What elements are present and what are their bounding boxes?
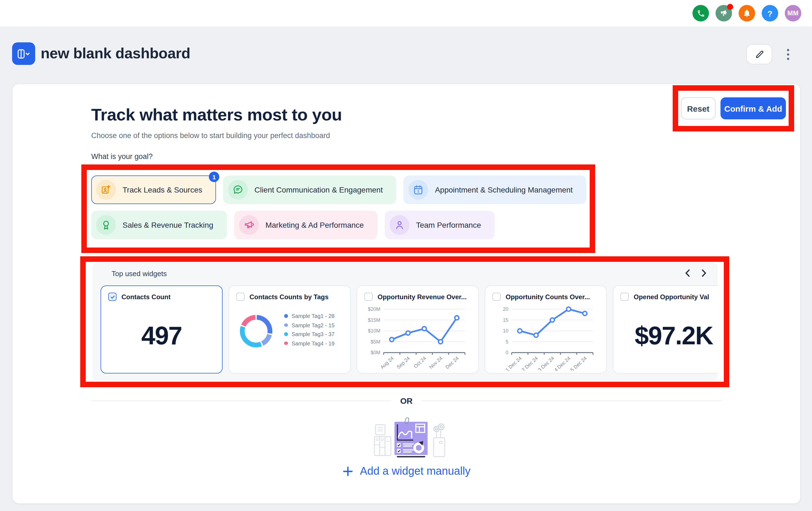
widget-card-title: Opportunity Revenue Over...	[378, 293, 467, 301]
legend-item: Sample Tag1 - 28	[284, 313, 335, 319]
calendar-icon: 1	[409, 180, 428, 200]
phone-icon[interactable]	[693, 5, 709, 22]
top-used-widgets-panel: Top used widgets Contacts Count 497	[92, 262, 718, 381]
widget-card-opened-opportunity-value[interactable]: Opened Opportunity Val $97.2K	[613, 286, 718, 374]
avatar-initials: MM	[787, 9, 799, 17]
legend-item: Sample Tag3 - 37	[284, 331, 335, 337]
dashboard-layout-icon	[17, 48, 31, 59]
widgets-panel-title: Top used widgets	[112, 270, 167, 278]
add-widget-illustration	[373, 418, 450, 460]
svg-text:Oct 24: Oct 24	[413, 355, 427, 369]
widget-card-title: Opened Opportunity Val	[634, 293, 709, 301]
track-leads-icon	[96, 180, 116, 200]
carousel-next-button[interactable]	[697, 266, 711, 280]
carousel-prev-button[interactable]	[680, 266, 695, 280]
goal-question-label: What is your goal?	[91, 152, 153, 161]
panel-subtitle: Choose one of the options below to start…	[91, 132, 330, 140]
bell-icon[interactable]	[738, 5, 755, 22]
svg-text:15: 15	[503, 317, 509, 323]
page-header: new blank dashboard	[12, 42, 191, 65]
donut-chart-area: Sample Tag1 - 28Sample Tag2 - 15Sample T…	[229, 301, 350, 348]
svg-text:Nov 24: Nov 24	[428, 355, 443, 370]
plus-icon	[342, 466, 353, 477]
line-chart-counts: 051015201 Dec 242 Dec 243 Dec 244 Dec 24…	[486, 302, 604, 371]
donut-legend: Sample Tag1 - 28Sample Tag2 - 15Sample T…	[284, 313, 335, 348]
legend-item: Sample Tag2 - 15	[284, 322, 335, 328]
goal-chip-track-leads[interactable]: 1 Track Leads & Sources	[91, 176, 216, 204]
award-icon	[96, 215, 116, 235]
widget-card-title: Contacts Count	[121, 293, 171, 301]
goal-chip-label: Track Leads & Sources	[122, 185, 202, 194]
avatar[interactable]: MM	[785, 5, 801, 22]
or-divider: OR	[91, 396, 722, 405]
svg-text:Sep 24: Sep 24	[396, 355, 411, 370]
goal-chip-label: Team Performance	[416, 221, 481, 230]
megaphone-icon	[239, 215, 259, 235]
widget-metric-value: $97.2K	[613, 302, 718, 369]
widget-cards-row: Contacts Count 497 Contacts Counts by Ta…	[100, 286, 718, 374]
or-label: OR	[400, 396, 413, 405]
legend-dot	[284, 323, 288, 327]
widget-card-title: Opportunity Counts Over...	[505, 293, 590, 301]
edit-dashboard-button[interactable]	[746, 44, 772, 64]
svg-text:5 Dec 24: 5 Dec 24	[569, 355, 588, 371]
goal-chip-label: Marketing & Ad Performance	[265, 221, 364, 230]
widget-metric-value: 497	[101, 302, 222, 369]
svg-text:3 Dec 24: 3 Dec 24	[537, 355, 555, 371]
dashboard-switcher-button[interactable]	[12, 42, 35, 65]
svg-text:$15M: $15M	[368, 317, 380, 323]
chevron-left-icon	[684, 269, 691, 277]
help-icon[interactable]: ?	[762, 5, 778, 22]
widget-checkbox[interactable]	[620, 293, 629, 301]
widget-card-opportunity-counts[interactable]: Opportunity Counts Over... 051015201 Dec…	[485, 286, 607, 374]
goal-chip-team-performance[interactable]: Team Performance	[385, 211, 495, 239]
goal-chip-label: Appointment & Scheduling Management	[435, 185, 573, 194]
legend-dot	[284, 332, 288, 336]
svg-text:$10M: $10M	[368, 328, 380, 333]
add-widget-label: Add a widget manually	[360, 465, 470, 478]
svg-text:$0M: $0M	[371, 350, 380, 355]
widget-card-opportunity-revenue[interactable]: Opportunity Revenue Over... $0M$5M$10M$1…	[357, 286, 479, 374]
widget-card-title: Contacts Counts by Tags	[250, 293, 329, 301]
more-options-button[interactable]	[782, 44, 794, 64]
goal-chip-appointments[interactable]: 1 Appointment & Scheduling Management	[404, 176, 586, 204]
confirm-add-button[interactable]: Confirm & Add	[721, 97, 786, 119]
line-chart-revenue: $0M$5M$10M$15M$20MAug 24Sep 24Oct 24Nov …	[358, 302, 476, 371]
legend-dot	[284, 342, 288, 345]
svg-text:$5M: $5M	[371, 339, 380, 345]
goal-chip-label: Sales & Revenue Tracking	[122, 221, 213, 230]
svg-text:Dec 24: Dec 24	[444, 355, 460, 370]
person-icon	[390, 215, 409, 235]
selection-count-badge: 1	[209, 171, 219, 182]
topbar-icons: ? MM	[693, 5, 801, 22]
widget-checkbox[interactable]	[365, 293, 373, 301]
topbar: ? MM	[0, 0, 812, 27]
chevron-right-icon	[701, 269, 707, 277]
svg-text:10: 10	[503, 328, 509, 333]
widget-checkbox[interactable]	[108, 293, 117, 301]
widget-checkbox[interactable]	[492, 293, 501, 301]
chat-bubble-icon	[228, 180, 248, 200]
svg-text:0: 0	[505, 350, 509, 355]
dashboard-setup-panel: Track what matters most to you Choose on…	[12, 84, 801, 504]
goal-chip-client-communication[interactable]: Client Communication & Engagement	[223, 176, 397, 204]
svg-text:2 Dec 24: 2 Dec 24	[521, 355, 539, 371]
goal-chip-marketing-ads[interactable]: Marketing & Ad Performance	[234, 211, 378, 239]
reset-button[interactable]: Reset	[681, 97, 716, 119]
svg-text:5: 5	[505, 339, 509, 345]
panel-title: Track what matters most to you	[91, 105, 342, 125]
svg-text:Aug 24: Aug 24	[379, 355, 395, 370]
announcements-icon[interactable]	[716, 5, 732, 22]
widget-card-contacts-by-tags[interactable]: Contacts Counts by Tags Sample Tag1 - 28…	[229, 286, 351, 374]
legend-dot	[284, 314, 288, 318]
svg-text:$20M: $20M	[368, 306, 380, 312]
svg-text:20: 20	[503, 306, 509, 312]
check-icon	[110, 294, 115, 299]
pencil-icon	[754, 49, 764, 59]
add-widget-manually-link[interactable]: Add a widget manually	[12, 465, 800, 478]
goal-chip-sales-revenue[interactable]: Sales & Revenue Tracking	[91, 211, 227, 239]
widget-card-contacts-count[interactable]: Contacts Count 497	[100, 286, 223, 374]
legend-item: Sample Tag4 - 19	[284, 340, 335, 346]
widget-checkbox[interactable]	[236, 293, 244, 301]
app-window: ? MM new blank dashboard Track what matt…	[0, 0, 812, 511]
